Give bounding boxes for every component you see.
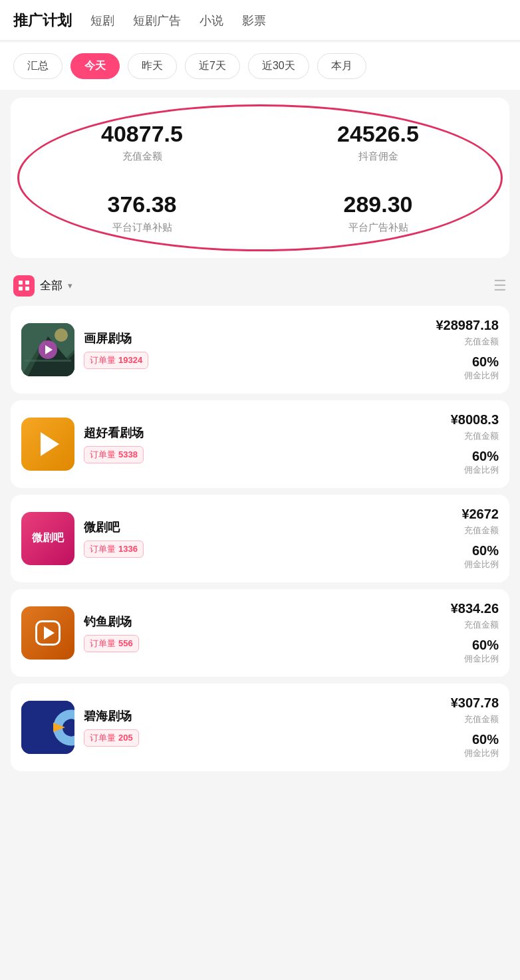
drama-rate-2: 60%	[451, 449, 499, 464]
grid-dots-icon	[19, 281, 29, 291]
filter-label: 全部	[40, 278, 63, 293]
drama-amount-label-3: 充值金额	[461, 525, 499, 537]
drama-amount-label-2: 充值金额	[451, 430, 499, 442]
filter-tab-huizong[interactable]: 汇总	[13, 53, 63, 79]
drama-list: 画屏剧场 订单量 19324 ¥28987.18 充值金额 60% 佣金比例 超…	[0, 306, 520, 785]
stats-card: 40877.5 充值金额 24526.5 抖音佣金 376.38 平台订单补贴 …	[11, 98, 509, 258]
drama-amount-label-1: 充值金额	[436, 336, 499, 348]
section-header: 全部 ▾ ☰	[0, 266, 520, 306]
list-view-icon[interactable]: ☰	[493, 277, 507, 295]
drama-stats-1: ¥28987.18 充值金额 60% 佣金比例	[436, 318, 499, 382]
drama-rate-3: 60%	[461, 543, 499, 558]
drama-thumb-5	[21, 701, 74, 754]
drama-stats-5: ¥307.78 充值金额 60% 佣金比例	[451, 695, 499, 759]
diaoyu-icon	[35, 620, 61, 646]
drama-stats-2: ¥8008.3 充值金额 60% 佣金比例	[451, 412, 499, 476]
nav-item-xiaoshuo[interactable]: 小说	[199, 13, 223, 38]
filter-tab-jintian[interactable]: 今天	[70, 53, 120, 79]
stat-order-subsidy: 376.38 平台订单补贴	[24, 184, 260, 241]
commission-label: 抖音佣金	[260, 150, 496, 163]
svg-rect-4	[25, 360, 71, 362]
order-label-2: 订单量	[90, 449, 116, 461]
order-value-5: 205	[118, 733, 133, 743]
stat-recharge: 40877.5 充值金额	[24, 114, 260, 171]
drama-info-4: 钓鱼剧场 订单量 556	[84, 614, 442, 652]
svg-point-3	[55, 328, 68, 342]
ad-subsidy-label: 平台广告补贴	[260, 221, 496, 234]
order-value-1: 19324	[118, 355, 142, 365]
drama-card-1[interactable]: 画屏剧场 订单量 19324 ¥28987.18 充值金额 60% 佣金比例	[11, 306, 509, 394]
drama-rate-5: 60%	[451, 732, 499, 747]
drama-card-5[interactable]: 碧海剧场 订单量 205 ¥307.78 充值金额 60% 佣金比例	[11, 683, 509, 771]
header: 推广计划 短剧 短剧广告 小说 影票	[0, 0, 520, 41]
filter-tab-benyue[interactable]: 本月	[317, 53, 366, 79]
order-badge-1: 订单量 19324	[84, 352, 148, 369]
order-badge-3: 订单量 1336	[84, 541, 144, 558]
drama-card-4[interactable]: 钓鱼剧场 订单量 556 ¥834.26 充值金额 60% 佣金比例	[11, 589, 509, 677]
nav-item-yingpiao[interactable]: 影票	[242, 13, 266, 38]
order-label-4: 订单量	[90, 638, 116, 650]
drama-name-1: 画屏剧场	[84, 330, 426, 346]
filter-tab-7days[interactable]: 近7天	[185, 53, 240, 79]
drama-amount-1: ¥28987.18	[436, 318, 499, 333]
order-value-2: 5338	[118, 449, 138, 459]
svg-rect-5	[21, 701, 74, 754]
order-value-4: 556	[118, 638, 133, 648]
nav-item-duanju-ad[interactable]: 短剧广告	[133, 13, 181, 38]
drama-name-2: 超好看剧场	[84, 425, 442, 441]
stat-ad-subsidy: 289.30 平台广告补贴	[260, 184, 496, 241]
filter-tab-zuotian[interactable]: 昨天	[128, 53, 177, 79]
drama-rate-label-3: 佣金比例	[461, 558, 499, 570]
drama-thumb-1	[21, 323, 74, 376]
drama-stats-3: ¥2672 充值金额 60% 佣金比例	[461, 507, 499, 570]
order-subsidy-value: 376.38	[24, 192, 260, 217]
order-subsidy-label: 平台订单补贴	[24, 221, 260, 234]
drama-name-5: 碧海剧场	[84, 708, 442, 724]
filter-icon	[13, 275, 35, 297]
drama-card-3[interactable]: 微剧吧 微剧吧 订单量 1336 ¥2672 充值金额 60% 佣金比例	[11, 495, 509, 582]
ad-subsidy-value: 289.30	[260, 192, 496, 217]
order-badge-5: 订单量 205	[84, 729, 139, 747]
drama-info-3: 微剧吧 订单量 1336	[84, 519, 452, 558]
chevron-down-icon: ▾	[68, 281, 72, 291]
page-title: 推广计划	[13, 11, 72, 40]
main-nav: 短剧 短剧广告 小说 影票	[90, 13, 266, 38]
drama-name-3: 微剧吧	[84, 519, 452, 535]
order-label-1: 订单量	[90, 354, 116, 366]
recharge-value: 40877.5	[24, 122, 260, 146]
drama-amount-5: ¥307.78	[451, 695, 499, 711]
order-label-5: 订单量	[90, 732, 116, 744]
order-label-3: 订单量	[90, 543, 116, 555]
drama-card-2[interactable]: 超好看剧场 订单量 5338 ¥8008.3 充值金额 60% 佣金比例	[11, 400, 509, 488]
weiju-logo: 微剧吧	[21, 512, 74, 565]
order-badge-4: 订单量 556	[84, 635, 139, 652]
drama-amount-label-4: 充值金额	[451, 619, 499, 631]
play-button-1	[39, 340, 57, 359]
drama-rate-4: 60%	[451, 638, 499, 653]
play-icon-2	[21, 418, 74, 471]
drama-thumb-2	[21, 418, 74, 471]
drama-thumb-4	[21, 606, 74, 660]
drama-rate-label-4: 佣金比例	[451, 653, 499, 665]
filter-selector[interactable]: 全部 ▾	[13, 275, 72, 297]
nav-item-duanju[interactable]: 短剧	[90, 13, 114, 38]
drama-rate-label-5: 佣金比例	[451, 747, 499, 759]
order-value-3: 1336	[118, 544, 138, 554]
drama-info-5: 碧海剧场 订单量 205	[84, 708, 442, 747]
drama-thumb-3: 微剧吧	[21, 512, 74, 565]
filter-tab-30days[interactable]: 近30天	[248, 53, 309, 79]
drama-info-2: 超好看剧场 订单量 5338	[84, 425, 442, 463]
drama-rate-label-2: 佣金比例	[451, 464, 499, 476]
drama-rate-label-1: 佣金比例	[436, 370, 499, 382]
recharge-label: 充值金额	[24, 150, 260, 163]
order-badge-2: 订单量 5338	[84, 446, 144, 463]
drama-amount-3: ¥2672	[461, 507, 499, 522]
drama-info-1: 画屏剧场 订单量 19324	[84, 330, 426, 369]
commission-value: 24526.5	[260, 122, 496, 146]
drama-name-4: 钓鱼剧场	[84, 614, 442, 630]
drama-amount-label-5: 充值金额	[451, 713, 499, 725]
drama-amount-2: ¥8008.3	[451, 412, 499, 428]
drama-rate-1: 60%	[436, 354, 499, 370]
filter-bar: 汇总 今天 昨天 近7天 近30天 本月	[0, 43, 520, 90]
drama-stats-4: ¥834.26 充值金额 60% 佣金比例	[451, 601, 499, 665]
